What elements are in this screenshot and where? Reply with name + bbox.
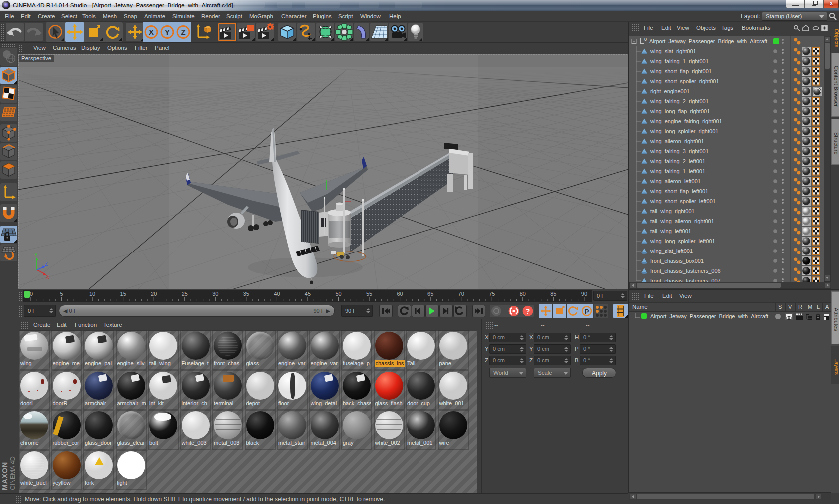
svg-text:right_engine001: right_engine001: [650, 88, 690, 94]
svg-text:X: X: [149, 28, 154, 36]
svg-text:40: 40: [274, 291, 280, 297]
svg-text:X: X: [46, 274, 49, 280]
svg-text:Z: Z: [181, 28, 185, 36]
svg-text:tail_wing_left001: tail_wing_left001: [650, 228, 691, 234]
svg-text:front_chassis_box001: front_chassis_box001: [650, 258, 704, 264]
svg-text:35: 35: [243, 291, 249, 297]
svg-text:wing_engine_fairing_right001: wing_engine_fairing_right001: [650, 118, 722, 124]
svg-text:50: 50: [335, 291, 341, 297]
svg-text:wing_short_spoiler_right001: wing_short_spoiler_right001: [650, 78, 719, 84]
svg-text:0: 0: [644, 37, 647, 42]
svg-text:wing_aileron_right001: wing_aileron_right001: [650, 138, 704, 144]
svg-text:wing_long_sploiler_right001: wing_long_sploiler_right001: [650, 128, 718, 134]
svg-text:30: 30: [212, 291, 218, 297]
svg-text:wing_slat_right001: wing_slat_right001: [650, 48, 696, 54]
svg-text:wing_short_flap_left001: wing_short_flap_left001: [650, 188, 708, 194]
svg-text:wing_long_sploiler_left001: wing_long_sploiler_left001: [650, 238, 715, 244]
svg-text:80: 80: [520, 291, 526, 297]
svg-text:wing_fairing_2_right001: wing_fairing_2_right001: [650, 98, 709, 104]
svg-text:45: 45: [305, 291, 311, 297]
svg-text:90: 90: [581, 291, 587, 297]
svg-text:front_chassis_fasteners_006: front_chassis_fasteners_006: [650, 268, 721, 274]
svg-text:front_chassis_fasteners_007: front_chassis_fasteners_007: [650, 278, 721, 282]
svg-text:15: 15: [120, 291, 126, 297]
svg-text:0: 0: [30, 291, 33, 297]
svg-text:65: 65: [427, 291, 433, 297]
svg-text:P: P: [585, 308, 589, 315]
svg-text:Y: Y: [34, 252, 38, 258]
svg-text:tail_wing_right001: tail_wing_right001: [650, 208, 695, 214]
svg-text:wing_fairing_1_left001: wing_fairing_1_left001: [650, 168, 705, 174]
svg-text:10: 10: [89, 291, 95, 297]
svg-text:70: 70: [458, 291, 464, 297]
svg-text:wing_fairing_2_left001: wing_fairing_2_left001: [650, 158, 705, 164]
svg-text:wing_short_spoiler_left001: wing_short_spoiler_left001: [650, 198, 716, 204]
svg-text:Z: Z: [45, 261, 48, 267]
svg-text:wing_aileron_left001: wing_aileron_left001: [650, 178, 701, 184]
svg-text:wing_fairing_3_right001: wing_fairing_3_right001: [650, 148, 709, 154]
svg-text:20: 20: [151, 291, 157, 297]
svg-text:wing_slat_left001: wing_slat_left001: [650, 248, 693, 254]
svg-text:55: 55: [366, 291, 372, 297]
svg-text:60: 60: [397, 291, 403, 297]
svg-text:Airport_Jetway_Passenger_Bridg: Airport_Jetway_Passenger_Bridge_with_Air…: [649, 38, 767, 44]
svg-text:Y: Y: [165, 28, 170, 36]
svg-text:85: 85: [550, 291, 556, 297]
svg-text:75: 75: [489, 291, 495, 297]
svg-text:wing_long_flap_right001: wing_long_flap_right001: [650, 108, 710, 114]
svg-text:?: ?: [526, 307, 530, 315]
svg-text:5: 5: [60, 291, 63, 297]
svg-text:wing_fairing_1_right001: wing_fairing_1_right001: [650, 58, 709, 64]
svg-text:wing_short_flap_right001: wing_short_flap_right001: [650, 68, 712, 74]
svg-text:25: 25: [182, 291, 188, 297]
svg-text:tail_wing_aileron_right001: tail_wing_aileron_right001: [650, 218, 714, 224]
